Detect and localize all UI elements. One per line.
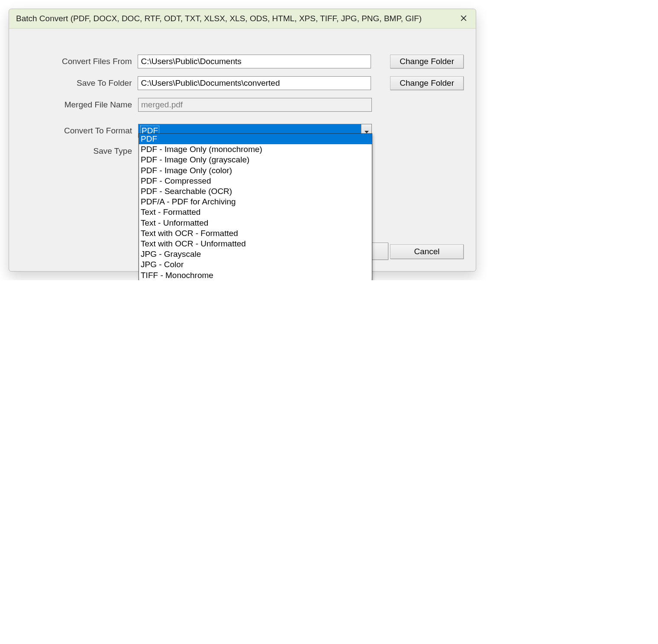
cancel-zone: Cancel <box>390 244 464 259</box>
format-option[interactable]: TIFF - Monochrome <box>139 270 372 280</box>
format-option[interactable]: Text - Formatted <box>139 207 372 217</box>
format-option[interactable]: PDF/A - PDF for Archiving <box>139 197 372 207</box>
titlebar: Batch Convert (PDF, DOCX, DOC, RTF, ODT,… <box>9 9 476 29</box>
close-icon <box>461 14 467 23</box>
input-save-to[interactable] <box>138 76 371 90</box>
form-body: Convert Files From Change Folder Save To… <box>9 29 476 271</box>
format-option[interactable]: Text with OCR - Formatted <box>139 228 372 239</box>
close-button[interactable] <box>457 13 471 25</box>
format-option[interactable]: PDF <box>139 134 372 144</box>
row-merged-name: Merged File Name <box>21 98 464 112</box>
format-option[interactable]: Text - Unformatted <box>139 218 372 228</box>
format-option[interactable]: PDF - Image Only (grayscale) <box>139 155 372 165</box>
format-option[interactable]: PDF - Searchable (OCR) <box>139 186 372 197</box>
format-option[interactable]: Text with OCR - Unformatted <box>139 239 372 249</box>
label-save-to: Save To Folder <box>21 78 138 88</box>
row-save-to: Save To Folder Change Folder <box>21 76 464 90</box>
format-option[interactable]: JPG - Color <box>139 259 372 270</box>
label-save-type: Save Type <box>21 146 138 156</box>
label-convert-format: Convert To Format <box>21 126 138 136</box>
batch-convert-dialog: Batch Convert (PDF, DOCX, DOC, RTF, ODT,… <box>9 9 476 272</box>
change-folder-from-button[interactable]: Change Folder <box>390 55 464 68</box>
hidden-button-edge <box>370 243 388 260</box>
label-convert-from: Convert Files From <box>21 57 138 66</box>
row-convert-from: Convert Files From Change Folder <box>21 55 464 68</box>
format-option[interactable]: PDF - Image Only (monochrome) <box>139 144 372 155</box>
format-option[interactable]: PDF - Compressed <box>139 176 372 186</box>
format-dropdown-list[interactable]: PDFPDF - Image Only (monochrome)PDF - Im… <box>139 133 372 280</box>
cancel-button[interactable]: Cancel <box>390 244 464 259</box>
change-folder-to-button[interactable]: Change Folder <box>390 76 464 90</box>
svg-marker-2 <box>364 131 369 133</box>
window-title: Batch Convert (PDF, DOCX, DOC, RTF, ODT,… <box>16 14 422 23</box>
label-merged-name: Merged File Name <box>21 100 138 110</box>
format-option[interactable]: PDF - Image Only (color) <box>139 165 372 176</box>
input-merged-name <box>138 98 372 112</box>
format-option[interactable]: JPG - Grayscale <box>139 249 372 259</box>
input-convert-from[interactable] <box>138 55 371 68</box>
